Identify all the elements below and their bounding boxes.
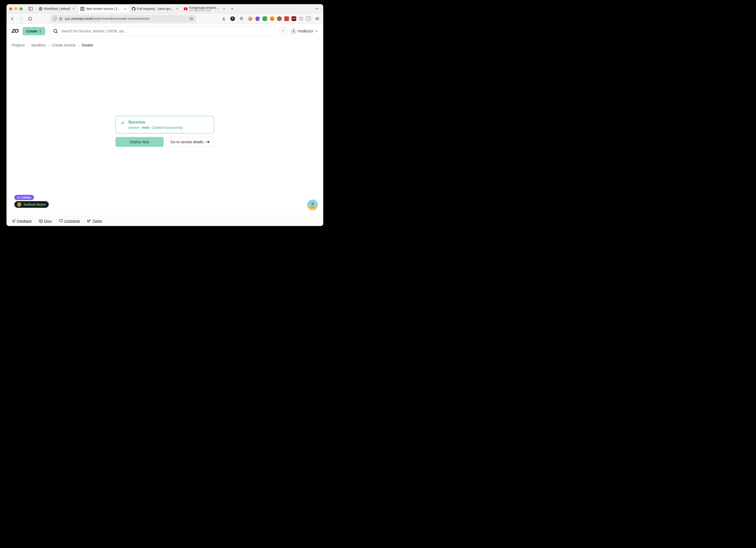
svg-rect-0 [29,7,32,10]
service-details-label: Go to service details [171,140,204,144]
footer-label: Contribute [64,219,80,223]
app-header: ZO Create ? fredkiss3 [6,24,323,38]
browser-toolbar: app.zaneops.local/project/sandbox/create… [6,14,323,24]
close-icon[interactable]: × [123,7,127,11]
close-icon[interactable]: × [222,7,226,11]
user-avatar-icon [291,29,296,34]
tab-github[interactable]: Pull requests · zane-ops/zane-o × [130,5,182,13]
close-window-button[interactable] [9,7,12,10]
tab-zaneops[interactable]: ZO New docker service | ZaneOps × [78,5,130,13]
url-text: app.zaneops.local/project/sandbox/create… [65,17,150,21]
globe-icon [39,7,42,11]
global-search[interactable] [49,26,275,36]
chevron-down-icon [315,30,318,32]
reload-button[interactable] [26,15,34,23]
back-button[interactable] [9,15,16,23]
browser-window: Workflows | default × ZO New docker serv… [6,4,323,226]
forward-button[interactable] [17,15,25,23]
chevron-right-icon: › [48,43,50,47]
success-message: Service `redis` Created Successfuly [128,126,183,130]
check-icon [120,120,125,125]
create-button[interactable]: Create [23,27,45,35]
circle-ext-icon[interactable] [299,16,303,21]
downloads-icon[interactable] [220,15,228,23]
breakpoint-label: xl | 1344px [17,196,31,199]
footer-label: Feedback [17,219,32,223]
footer-link-docs[interactable]: Docs [39,219,52,223]
tab-label: Kurzgesagt preposterously out PICTURE-IN… [189,6,221,12]
crumb-projects[interactable]: Projects [12,43,25,47]
twitter-icon [87,219,91,223]
crumb-sandbox[interactable]: Sandbox [31,43,45,47]
search-icon [53,29,58,33]
extension-f-icon[interactable]: F [230,16,235,21]
tanstack-router-badge[interactable]: TanStack Router [14,201,49,208]
youtube-icon [184,7,187,11]
success-alert: Success Service `redis` Created Successf… [116,116,214,133]
footer-link-twitter[interactable]: Twitter [87,219,102,223]
success-title: Success [128,120,183,125]
window-controls [9,7,23,10]
bookmark-icon[interactable] [189,17,193,21]
new-tab-button[interactable]: ＋ [228,6,236,11]
app-root: ZO Create ? fredkiss3 [6,24,323,226]
app-footer: Feedback Docs Contribute Twitter [6,216,323,226]
deploy-now-label: Deploy Now [130,140,149,144]
main-content: Success Service `redis` Created Successf… [6,47,323,216]
crumb-create-service[interactable]: Create service [52,43,75,47]
service-details-button[interactable]: Go to service details [166,137,214,147]
brown-ext-icon[interactable]: 🍩 [277,16,282,21]
maximize-window-button[interactable] [19,7,23,10]
notification-ext-icon[interactable]: 9 [255,16,260,21]
svg-point-6 [300,17,303,20]
tab-youtube[interactable]: Kurzgesagt preposterously out PICTURE-IN… [182,5,228,13]
address-bar[interactable]: app.zaneops.local/project/sandbox/create… [51,15,196,23]
cookie-ext-icon[interactable]: 🍪 [270,16,274,21]
extensions-icon[interactable] [238,15,245,23]
close-icon[interactable]: × [175,7,179,11]
footer-link-feedback[interactable]: Feedback [12,219,32,223]
tab-label: Workflows | default [44,7,70,11]
chevron-right-icon: › [78,43,79,47]
tab-workflows[interactable]: Workflows | default × [37,5,78,13]
arrow-right-icon [206,140,210,144]
book-icon [39,219,43,223]
breakpoint-badge[interactable]: xl | 1344px [14,195,34,200]
extension-icons: F 🐵 9 🍪 🍩 uO ▢ [220,15,321,23]
chevron-right-icon: › [28,43,29,47]
shield-ext-icon[interactable]: ▢ [306,16,311,21]
menu-icon[interactable] [313,15,321,23]
titlebar: Workflows | default × ZO New docker serv… [6,4,323,14]
lock-broken-icon[interactable] [59,17,63,21]
svg-point-12 [293,30,294,31]
zaneops-logo[interactable]: ZO [12,28,18,34]
sidebar-toggle-icon[interactable] [27,6,34,12]
shield-icon[interactable] [53,17,57,21]
router-label: TanStack Router [23,203,46,206]
github-icon [132,7,136,11]
deploy-now-button[interactable]: Deploy Now [116,137,164,147]
create-button-label: Create [26,29,38,33]
green-ext-icon[interactable] [262,16,267,21]
corner-avatar-icon[interactable]: 🏝️ [307,200,318,211]
red-ext-icon[interactable] [284,16,289,21]
sort-icon [39,30,42,33]
search-input[interactable] [61,29,271,33]
help-button[interactable]: ? [279,27,287,35]
avatar-ext-icon[interactable]: 🐵 [248,16,253,21]
tab-list-button[interactable] [313,8,321,10]
router-dot-icon [17,203,21,207]
footer-link-contribute[interactable]: Contribute [59,219,80,223]
username-label: fredkiss3 [298,29,313,33]
notification-badge: 9 [258,15,261,18]
close-icon[interactable]: × [72,7,75,11]
send-icon [12,219,15,223]
minimize-window-button[interactable] [14,7,17,10]
footer-label: Twitter [92,219,102,223]
footer-label: Docs [44,219,52,223]
ublock-icon[interactable]: uO [292,16,296,21]
user-menu[interactable]: fredkiss3 [291,29,318,34]
svg-line-11 [57,32,58,33]
svg-point-10 [54,29,57,32]
zaneops-favicon: ZO [80,7,84,11]
